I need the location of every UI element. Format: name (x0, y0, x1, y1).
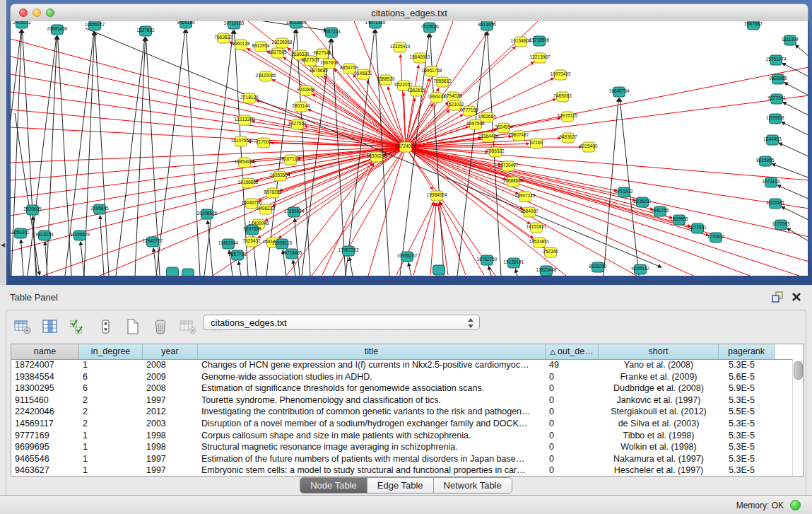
network-node[interactable] (167, 267, 179, 276)
network-node[interactable]: 9498222 (257, 204, 275, 214)
network-node[interactable]: 16154808 (511, 37, 531, 47)
network-node[interactable]: 20364486 (478, 132, 499, 142)
network-node[interactable]: 18107554 (231, 136, 252, 146)
tab-edge-table[interactable]: Edge Table (367, 478, 434, 493)
network-node[interactable]: 9146821 (354, 69, 372, 79)
column-header-pagerank[interactable]: pagerank (719, 344, 775, 359)
attribute-table-settings-icon[interactable] (13, 317, 32, 336)
network-node[interactable]: 1770934 (707, 233, 725, 243)
column-header-name[interactable]: name (11, 344, 79, 359)
close-panel-icon[interactable] (791, 291, 802, 303)
network-node[interactable]: 1244413 (763, 135, 782, 145)
network-node[interactable]: 217006 (256, 138, 271, 148)
network-node[interactable]: 19854985 (235, 158, 255, 168)
network-node[interactable]: 9684067 (520, 207, 539, 217)
network-node[interactable]: 15718485 (282, 249, 302, 259)
table-row[interactable]: 1872400712008Changes of HCN gene express… (11, 359, 793, 371)
scrollbar-thumb[interactable] (794, 361, 803, 380)
network-node[interactable]: 9297588 (243, 225, 261, 235)
network-node[interactable]: 8935201 (633, 197, 652, 207)
network-node[interactable]: 16648784 (609, 87, 630, 97)
network-node[interactable]: 10807487 (509, 131, 529, 141)
tab-node-table[interactable]: Node Table (300, 478, 367, 493)
network-node[interactable]: 9875685 (310, 66, 328, 76)
create-new-attribute-icon[interactable] (124, 317, 142, 336)
network-node[interactable]: 8813054 (478, 21, 496, 30)
memory-status-indicator[interactable] (790, 500, 801, 510)
table-row[interactable]: 911546021997Tourette syndrome. Phenomeno… (11, 395, 793, 407)
table-row[interactable]: 1456911722003Disruption of a novel membe… (11, 418, 793, 430)
network-node[interactable]: 7515526 (420, 23, 439, 33)
network-node[interactable]: 1588520 (377, 75, 395, 85)
network-node[interactable]: 18640910 (410, 53, 430, 63)
network-node[interactable]: 252340 (543, 247, 558, 257)
network-window-titlebar[interactable]: citations_edges.txt (10, 4, 808, 23)
network-node[interactable]: 9827505 (269, 48, 287, 58)
column-header-year[interactable]: year (143, 344, 198, 359)
network-node[interactable]: 1050301 (11, 228, 30, 238)
table-selector-dropdown[interactable]: citations_edges.txt (203, 315, 480, 330)
network-node[interactable]: 9940755 (651, 206, 669, 216)
network-node[interactable]: 7955812 (433, 77, 452, 87)
citation-network-graph[interactable]: 1872400718300295193845547663822966012889… (11, 21, 808, 276)
network-node[interactable]: 10688609 (503, 177, 524, 187)
network-node[interactable]: 9466160 (177, 21, 195, 28)
network-node[interactable]: 1073103 (762, 177, 780, 187)
network-node[interactable]: 8215955 (756, 156, 775, 166)
network-node[interactable]: 8427552 (288, 119, 307, 129)
network-node[interactable]: 1527602 (136, 26, 155, 36)
network-node[interactable]: 12213967 (530, 53, 551, 63)
network-node[interactable] (182, 269, 194, 276)
network-node[interactable]: 19384554 (427, 191, 447, 201)
collapse-panel-arrow-icon[interactable]: ◀ (1, 242, 5, 248)
network-node[interactable]: 12823448 (536, 266, 557, 276)
network-node[interactable]: 16353554 (270, 171, 290, 181)
column-header-in_degree[interactable]: in_degree (79, 344, 143, 359)
network-node[interactable]: 9245012 (631, 264, 649, 274)
float-panel-icon[interactable] (771, 291, 784, 303)
network-node[interactable]: 20206526 (197, 209, 218, 219)
table-row[interactable]: 946554611997Estimation of the future num… (11, 453, 793, 465)
network-node[interactable]: 19218506 (529, 36, 550, 46)
network-node[interactable]: 11451944 (218, 239, 239, 249)
network-node[interactable]: 2718126 (240, 93, 259, 103)
network-node[interactable]: 2405572 (13, 21, 31, 28)
network-node[interactable]: 2887682 (744, 21, 763, 30)
network-node[interactable]: 6497568 (466, 119, 485, 129)
network-node[interactable]: 9657791 (228, 250, 247, 260)
network-node[interactable]: 15136141 (504, 258, 524, 268)
network-node[interactable] (433, 265, 445, 275)
network-node[interactable]: 16151821 (526, 223, 547, 233)
network-node[interactable]: 14671355 (365, 21, 386, 28)
network-node[interactable]: 1659585 (670, 215, 688, 225)
network-node[interactable]: 7986322 (486, 147, 505, 157)
network-node[interactable]: 12325419 (390, 42, 411, 52)
network-node[interactable]: 8878352 (264, 188, 282, 198)
network-node[interactable]: 20691406 (47, 25, 68, 35)
table-row[interactable]: 969969511998Structural magnetic resonanc… (11, 441, 793, 453)
table-vertical-scrollbar[interactable] (792, 359, 803, 476)
network-node[interactable]: 9660128 (232, 40, 250, 49)
column-header-out_degree[interactable]: △out_de… (546, 344, 599, 359)
network-node[interactable]: 3624554 (495, 123, 513, 133)
network-node[interactable]: 1111304 (782, 35, 799, 45)
network-node[interactable]: 16782759 (477, 255, 498, 265)
network-node[interactable]: 2520605 (23, 205, 42, 215)
network-node[interactable]: 18907249 (515, 192, 536, 201)
network-node[interactable]: 10719155 (224, 21, 245, 29)
network-node[interactable]: 7485063 (553, 92, 572, 102)
rows-mode-icon[interactable] (96, 317, 114, 336)
table-row[interactable]: 977716911998Corpus callosum shape and si… (11, 430, 793, 442)
table-row[interactable]: 1830029562008Estimation of significance … (11, 382, 793, 395)
column-header-title[interactable]: title (198, 344, 546, 359)
table-row[interactable]: 946362711997Embryonic stem cells: a mode… (11, 465, 793, 477)
table-row[interactable]: 1938455462009Genome-wide association stu… (11, 371, 793, 383)
network-node[interactable]: 8167110 (282, 155, 300, 165)
network-node[interactable]: 9313154 (35, 230, 54, 240)
network-node[interactable]: 17957253 (339, 246, 359, 256)
network-node[interactable]: 12975115 (558, 112, 578, 122)
network-node[interactable]: 2803144 (292, 102, 310, 112)
column-header-short[interactable]: short (599, 344, 719, 359)
network-node[interactable]: 7857224 (322, 28, 341, 37)
tab-network-table[interactable]: Network Table (434, 478, 512, 493)
